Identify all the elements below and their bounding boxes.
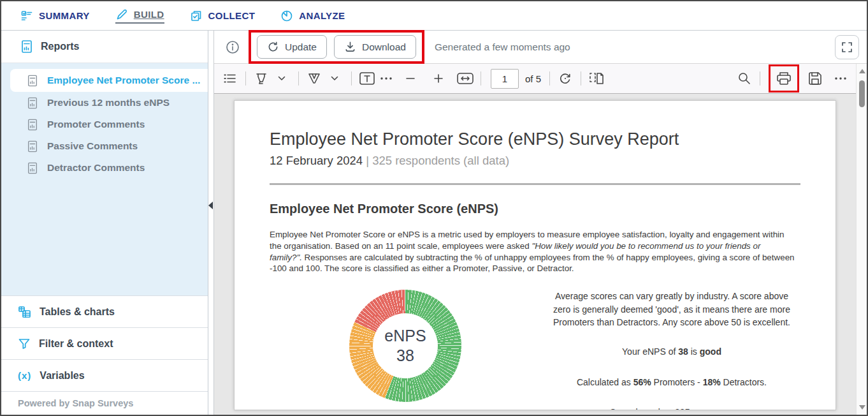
- report-item-enps[interactable]: Employee Net Promoter Score ...: [10, 69, 208, 92]
- collect-icon: [190, 10, 203, 22]
- sidebar-footer: Powered by Snap Surveys: [1, 391, 208, 415]
- scrollbar-thumb[interactable]: [859, 80, 865, 107]
- toolbar-divider: [760, 71, 760, 85]
- download-button-label: Download: [362, 41, 406, 53]
- sidebar-item-label: Tables & charts: [40, 306, 115, 318]
- tab-collect-label: COLLECT: [208, 10, 256, 21]
- sidebar-gutter: [208, 31, 213, 415]
- update-button-label: Update: [285, 41, 317, 53]
- generated-status-text: Generated a few moments ago: [435, 41, 570, 53]
- top-nav-bar: SUMMARY BUILD COLLECT ANALYZE: [1, 1, 867, 31]
- more-annotation-tools-icon[interactable]: [377, 68, 396, 89]
- refresh-icon: [267, 41, 279, 53]
- document-intro-paragraph: Employee Net Promoter Score or eNPS is a…: [270, 229, 795, 274]
- download-button[interactable]: Download: [334, 35, 416, 59]
- freehand-pen-icon[interactable]: [305, 68, 324, 89]
- toolbar-divider: [549, 71, 550, 85]
- print-highlight: [769, 64, 799, 93]
- fit-width-icon[interactable]: [456, 68, 475, 89]
- update-button[interactable]: Update: [257, 35, 327, 59]
- highlighter-options-chevron-icon[interactable]: [272, 68, 291, 89]
- toolbar-divider: [298, 71, 299, 85]
- enps-donut: eNPS 38: [349, 290, 461, 402]
- insight-responses-text: Score based on 325 responses: [547, 406, 797, 410]
- report-file-icon: [27, 161, 38, 175]
- sidebar-item-tables-charts[interactable]: Tables & charts: [1, 295, 208, 327]
- sidebar-header-reports[interactable]: Reports: [1, 31, 208, 63]
- print-icon[interactable]: [774, 68, 793, 89]
- page-count-label: of 5: [525, 73, 541, 84]
- tab-collect[interactable]: COLLECT: [190, 10, 256, 22]
- pdf-viewport: Employee Net Promoter Score (eNPS) Surve…: [214, 94, 867, 415]
- search-icon[interactable]: [735, 68, 754, 89]
- download-icon: [344, 41, 356, 53]
- report-file-icon: [27, 96, 38, 110]
- report-item-promoter-comments[interactable]: Promoter Comments: [1, 114, 208, 135]
- pie-chart-icon: [280, 10, 293, 22]
- tab-analyze-label: ANALYZE: [299, 10, 345, 21]
- enps-donut-center: eNPS 38: [373, 313, 438, 378]
- sidebar: Reports Employee Net Promoter Score ...: [1, 31, 208, 415]
- scroll-up-icon[interactable]: [859, 69, 865, 73]
- text-annotation-icon[interactable]: [358, 68, 377, 89]
- report-item-label: Detractor Comments: [47, 162, 145, 174]
- more-options-icon[interactable]: [831, 68, 850, 89]
- sidebar-item-filter-context[interactable]: Filter & context: [1, 327, 208, 359]
- rotate-page-icon[interactable]: [556, 68, 575, 89]
- pdf-page: Employee Net Promoter Score (eNPS) Surve…: [234, 100, 836, 410]
- report-item-detractor-comments[interactable]: Detractor Comments: [1, 157, 208, 179]
- reports-list: Employee Net Promoter Score ... Previous…: [1, 63, 208, 295]
- toolbar-divider: [481, 71, 481, 85]
- document-date: 12 February 2024: [270, 154, 363, 167]
- report-document-icon: [20, 40, 33, 54]
- report-item-label: Passive Comments: [47, 140, 138, 152]
- tab-analyze[interactable]: ANALYZE: [280, 10, 345, 22]
- page-number-input[interactable]: [491, 69, 519, 89]
- toggle-sidebar-icon[interactable]: [221, 68, 240, 89]
- info-icon[interactable]: [223, 38, 242, 57]
- sidebar-header-label: Reports: [41, 41, 79, 52]
- document-title: Employee Net Promoter Score (eNPS) Surve…: [270, 130, 800, 149]
- tables-charts-icon: [18, 306, 31, 318]
- document-respondents: 325 respondents (all data): [372, 154, 509, 167]
- report-toolbar: Update Download Generated a few moments …: [214, 31, 867, 64]
- tab-build[interactable]: BUILD: [115, 8, 164, 24]
- report-item-label: Promoter Comments: [47, 119, 145, 130]
- report-item-previous-12-months[interactable]: Previous 12 months eNPS: [1, 92, 208, 114]
- pencil-icon: [115, 8, 128, 21]
- scroll-down-icon[interactable]: [859, 405, 865, 410]
- fullscreen-icon: [841, 41, 853, 53]
- insight-industry-text: Average scores can vary greatly by indus…: [547, 290, 797, 329]
- document-section-heading: Employee Net Promoter Score (eNPS): [270, 202, 800, 216]
- tab-build-label: BUILD: [134, 9, 164, 20]
- variables-icon: (x): [18, 370, 31, 381]
- sidebar-item-label: Variables: [40, 370, 84, 382]
- tab-summary-label: SUMMARY: [39, 10, 90, 21]
- vertical-scrollbar[interactable]: [856, 64, 867, 415]
- zoom-out-icon[interactable]: [401, 68, 420, 89]
- fullscreen-button[interactable]: [835, 35, 859, 59]
- toolbar-divider: [351, 71, 352, 85]
- pen-options-chevron-icon[interactable]: [325, 68, 344, 89]
- powered-by-label: Powered by Snap Surveys: [18, 398, 133, 408]
- highlighter-icon[interactable]: [252, 68, 271, 89]
- collapse-sidebar-icon[interactable]: [208, 202, 213, 209]
- document-subtitle: 12 February 2024 | 325 respondents (all …: [270, 154, 800, 168]
- sidebar-item-label: Filter & context: [39, 338, 113, 350]
- report-file-icon: [27, 74, 38, 87]
- toolbar-divider: [581, 71, 581, 85]
- page-spread-icon[interactable]: [587, 68, 606, 89]
- report-file-icon: [27, 118, 38, 131]
- tab-summary[interactable]: SUMMARY: [20, 10, 90, 22]
- filter-funnel-icon: [18, 338, 31, 350]
- report-item-passive-comments[interactable]: Passive Comments: [1, 135, 208, 157]
- report-file-icon: [27, 140, 38, 153]
- sidebar-item-variables[interactable]: (x) Variables: [1, 359, 208, 391]
- update-download-highlight: Update Download: [249, 30, 424, 64]
- enps-center-label: eNPS: [384, 326, 426, 346]
- enps-insights: Average scores can vary greatly by indus…: [547, 290, 797, 410]
- main-panel: Update Download Generated a few moments …: [213, 31, 867, 415]
- report-item-label: Previous 12 months eNPS: [47, 97, 170, 108]
- zoom-in-icon[interactable]: [429, 68, 448, 89]
- save-icon[interactable]: [806, 68, 825, 89]
